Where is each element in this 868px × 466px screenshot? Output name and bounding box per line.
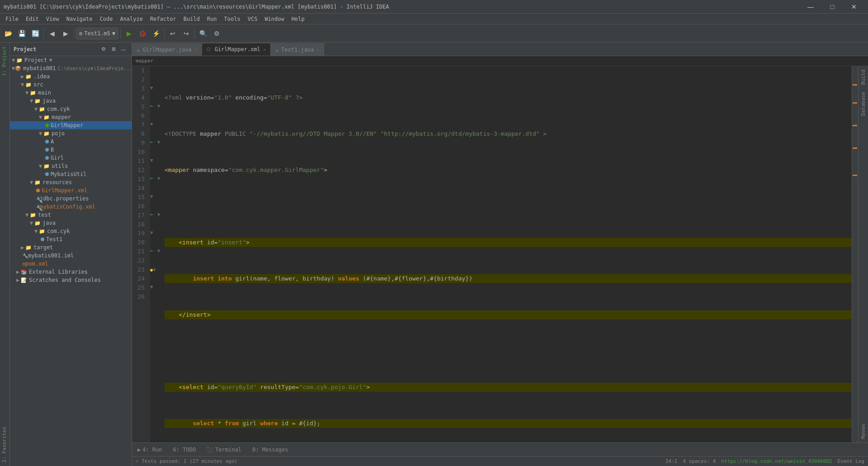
sidebar-expand-button[interactable]: ⊞ [109, 45, 118, 54]
menu-file[interactable]: File [2, 15, 22, 23]
tree-item-test-com-cyk[interactable]: ▼ 📁 com.cyk [10, 227, 132, 235]
menu-build[interactable]: Build [180, 15, 203, 23]
tree-item-jdbc-props[interactable]: 🔧 jdbc.properties [10, 195, 132, 203]
fold-5[interactable]: ▼ [157, 103, 160, 109]
menu-code[interactable]: Code [96, 15, 117, 23]
coverage-button[interactable]: ⚡ [150, 27, 162, 40]
menu-navigate[interactable]: Navigate [63, 15, 96, 23]
undo-button[interactable]: ↩ [166, 27, 179, 40]
fold-7[interactable]: ▼ [150, 121, 153, 127]
tree-item-com-cyk[interactable]: ▼ 📁 com.cyk [10, 105, 132, 113]
tree-item-project[interactable]: ▼ 📁 Project ▼ [10, 56, 132, 64]
tree-item-test[interactable]: ▼ 📁 test [10, 211, 132, 219]
fold-3[interactable]: ▼ [150, 85, 153, 91]
tree-item-ext-libs[interactable]: ▶ 📚 External Libraries [10, 268, 132, 276]
fold-15[interactable]: ▼ [150, 194, 153, 200]
fold-23[interactable]: ▼ [153, 267, 156, 273]
tab-girlmapper-xml[interactable]: ⬡ GirlMapper.xml ✕ [202, 43, 271, 56]
vtab-maven[interactable]: Maven [859, 420, 868, 442]
maximize-button[interactable]: □ [822, 0, 843, 14]
tree-item-test1[interactable]: Test1 [10, 235, 132, 243]
fold-11[interactable]: ▼ [150, 157, 153, 163]
vtab-project[interactable]: 1: Project [0, 43, 9, 80]
open-button[interactable]: 📂 [2, 27, 14, 40]
fold-25[interactable]: ▼ [150, 284, 153, 290]
fold-17[interactable]: ▼ [157, 212, 160, 218]
menu-window[interactable]: Window [261, 15, 288, 23]
tree-item-src[interactable]: ▼ 📁 src [10, 81, 132, 89]
editor[interactable]: 1 2 3 4 5 6 7 8 9 10 11 12 13 14 [132, 66, 852, 442]
sync-button[interactable]: 🔄 [29, 27, 42, 40]
tab-close-girlmapper-java[interactable]: ✕ [194, 47, 197, 52]
menu-tools[interactable]: Tools [221, 15, 244, 23]
tree-item-mapper[interactable]: ▼ 📁 mapper [10, 113, 132, 121]
fold-13[interactable]: ▼ [157, 176, 160, 181]
status-spaces[interactable]: 4 spaces: 4 [683, 458, 716, 464]
redo-button[interactable]: ↪ [180, 27, 193, 40]
bottom-tab-messages[interactable]: 0: Messages [247, 445, 293, 455]
status-event-log[interactable]: Event Log [837, 458, 864, 464]
tree-item-class-b[interactable]: B [10, 146, 132, 154]
run-config-dropdown[interactable]: ⚙ Test1.m5 ▼ [76, 28, 118, 39]
tree-item-main[interactable]: ▼ 📁 main [10, 89, 132, 97]
tree-item-resources[interactable]: ▼ 📁 resources [10, 178, 132, 186]
tree-item-java[interactable]: ▼ 📁 java [10, 97, 132, 105]
status-url: https://blog.csdn.net/weixin_43046082 [721, 458, 832, 464]
tree-item-pom-xml[interactable]: m pom.xml [10, 260, 132, 268]
status-bar: ✓ Tests passed: 1 (27 minutes ago) 24:1 … [132, 456, 868, 466]
tree-item-idea[interactable]: ▶ 📁 .idea [10, 72, 132, 81]
bottom-tab-run[interactable]: ▶ 4: Run [132, 445, 168, 455]
tab-close-girlmapper-xml[interactable]: ✕ [263, 47, 266, 52]
menu-analyze[interactable]: Analyze [116, 15, 146, 23]
tree-item-mybatis001-iml[interactable]: 🔧 mybatis001.iml [10, 252, 132, 260]
tree-item-girlmapper-xml[interactable]: GirlMapper.xml [10, 186, 132, 195]
menu-run[interactable]: Run [203, 15, 221, 23]
tree-item-girlmapper[interactable]: GirlMapper [10, 121, 132, 129]
arrow-resources: ▼ [30, 179, 34, 185]
settings-button[interactable]: ⚙ [210, 27, 223, 40]
run-button[interactable]: ▶ [123, 27, 135, 40]
close-button[interactable]: ✕ [844, 0, 864, 14]
minimize-button[interactable]: — [800, 0, 821, 14]
forward-button[interactable]: ▶ [59, 27, 72, 40]
code-area[interactable]: <?xml version="1.0" encoding="UTF-8" ?> … [161, 66, 852, 442]
tab-close-test1[interactable]: ✕ [316, 47, 319, 52]
menu-refactor[interactable]: Refactor [146, 15, 180, 23]
tree-item-class-girl[interactable]: Girl [10, 154, 132, 162]
menu-view[interactable]: View [42, 15, 63, 23]
arrow-com-cyk: ▼ [34, 106, 39, 112]
tree-item-mybatisconfig-xml[interactable]: 🔧 mybatisConfig.xml [10, 203, 132, 211]
search-everywhere-button[interactable]: 🔍 [197, 27, 209, 40]
debug-button[interactable]: 🐞 [136, 27, 149, 40]
tree-item-utils[interactable]: ▼ 📁 utils [10, 162, 132, 170]
menu-edit[interactable]: Edit [22, 15, 42, 23]
tree-item-mybatisutil[interactable]: MybatisUtil [10, 170, 132, 178]
breadcrumb-bar: mapper [132, 56, 868, 66]
fold-9[interactable]: ▼ [157, 139, 160, 145]
vtab-build[interactable]: Build [859, 66, 868, 88]
tab-girlmapper-java[interactable]: ☕ GirlMapper.java ✕ [132, 43, 202, 56]
sidebar-collapse-button[interactable]: — [119, 45, 128, 54]
gutter-24 [150, 274, 161, 283]
back-button[interactable]: ◀ [46, 27, 58, 40]
terminal-icon: ⬛ [207, 447, 213, 453]
tree-item-scratches[interactable]: ▶ 📝 Scratches and Consoles [10, 276, 132, 284]
vtab-favorites[interactable]: 2: Favorites [0, 423, 9, 466]
bottom-tab-terminal[interactable]: ⬛ Terminal [201, 445, 247, 455]
menu-help[interactable]: Help [288, 15, 308, 23]
fold-19[interactable]: ▼ [150, 230, 153, 236]
tree-item-class-a[interactable]: A [10, 138, 132, 146]
bottom-tab-todo[interactable]: 6: TODO [168, 445, 202, 455]
tab-test1-java[interactable]: ☕ Test1.java ✕ [271, 43, 325, 56]
vtab-database[interactable]: Database [859, 88, 868, 119]
sidebar-settings-button[interactable]: ⚙ [99, 45, 108, 54]
menu-vcs[interactable]: VCS [244, 15, 261, 23]
tree-item-mybatis001[interactable]: ▼ 📦 mybatis001 C:\Users\cyk\IdeaProje... [10, 64, 132, 72]
fold-21[interactable]: ▼ [157, 248, 160, 254]
run-config-name: Test1.m5 [84, 30, 110, 37]
save-button[interactable]: 💾 [15, 27, 28, 40]
tree-item-test-java[interactable]: ▼ 📁 java [10, 219, 132, 227]
tree-item-pojo[interactable]: ▼ 📁 pojo [10, 129, 132, 138]
status-position[interactable]: 24:1 [665, 458, 678, 464]
tree-item-target[interactable]: ▶ 📁 target [10, 243, 132, 252]
